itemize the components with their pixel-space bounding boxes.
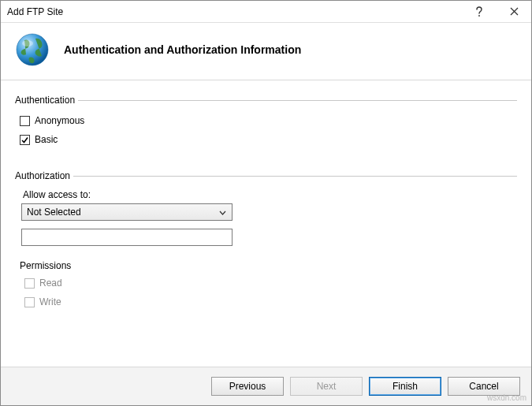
write-checkbox <box>24 297 35 307</box>
allow-access-value: Not Selected <box>27 207 216 218</box>
dialog-header: Authentication and Authorization Informa… <box>1 23 531 80</box>
authentication-group-label: Authentication <box>15 95 75 106</box>
basic-checkbox[interactable] <box>20 135 30 145</box>
globe-icon <box>15 32 50 67</box>
write-checkbox-row: Write <box>24 296 508 307</box>
close-button[interactable] <box>497 1 531 23</box>
basic-label: Basic <box>35 134 58 145</box>
authentication-group: Authentication Anonymous Basic <box>15 95 517 156</box>
basic-checkbox-row[interactable]: Basic <box>20 134 512 145</box>
allow-access-dropdown[interactable]: Not Selected <box>21 203 233 221</box>
group-divider <box>78 100 517 101</box>
dialog-window: Add FTP Site <box>0 0 532 406</box>
anonymous-label: Anonymous <box>35 115 84 126</box>
help-button[interactable] <box>462 1 497 23</box>
close-icon <box>510 7 519 16</box>
permissions-label: Permissions <box>20 260 71 271</box>
svg-point-4 <box>22 40 33 47</box>
allow-access-label: Allow access to: <box>23 189 512 200</box>
dialog-footer: Previous Next Finish Cancel <box>1 367 531 405</box>
read-checkbox <box>24 278 35 289</box>
previous-button[interactable]: Previous <box>211 377 284 396</box>
permissions-subgroup: Permissions Read Write <box>20 260 512 318</box>
titlebar: Add FTP Site <box>1 1 531 23</box>
window-title: Add FTP Site <box>7 6 462 17</box>
page-title: Authentication and Authorization Informa… <box>64 43 301 56</box>
svg-point-0 <box>478 15 480 17</box>
anonymous-checkbox-row[interactable]: Anonymous <box>20 115 512 126</box>
authorization-group: Authorization Allow access to: Not Selec… <box>15 170 517 322</box>
next-button: Next <box>290 377 363 396</box>
cancel-button[interactable]: Cancel <box>448 377 520 396</box>
write-label: Write <box>39 296 61 307</box>
chevron-down-icon <box>216 207 229 218</box>
group-divider <box>73 176 517 177</box>
checkmark-icon <box>20 136 29 144</box>
authorization-textbox[interactable] <box>21 229 233 246</box>
anonymous-checkbox[interactable] <box>20 116 30 126</box>
authorization-group-label: Authorization <box>15 170 70 181</box>
finish-button[interactable]: Finish <box>369 377 441 396</box>
help-icon <box>475 6 483 17</box>
read-label: Read <box>39 277 62 289</box>
dialog-body: Authentication Anonymous Basic <box>1 80 531 367</box>
read-checkbox-row: Read <box>24 277 508 289</box>
